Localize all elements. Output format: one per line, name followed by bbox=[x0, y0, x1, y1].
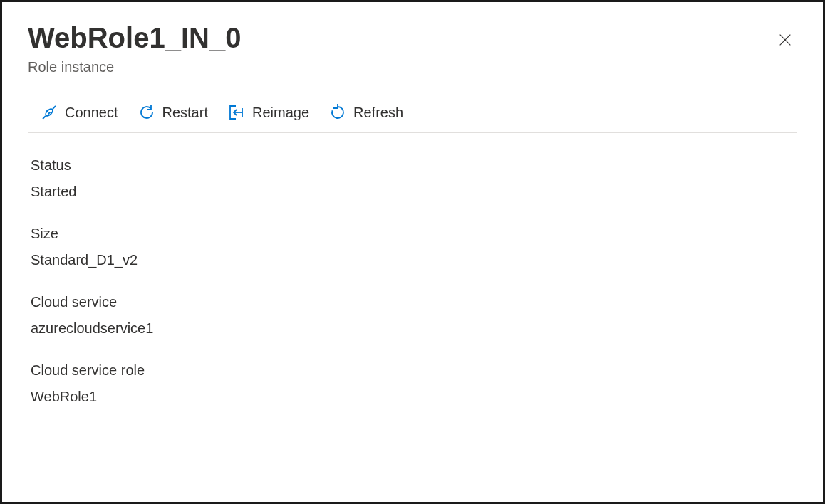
cloud-service-role-field: Cloud service role WebRole1 bbox=[31, 362, 797, 405]
cloud-service-role-label: Cloud service role bbox=[31, 362, 797, 379]
reimage-button[interactable]: Reimage bbox=[228, 104, 309, 121]
connect-label: Connect bbox=[65, 105, 118, 121]
svg-line-4 bbox=[48, 112, 51, 115]
size-value: Standard_D1_v2 bbox=[31, 252, 797, 268]
restart-label: Restart bbox=[162, 105, 208, 121]
page-subtitle: Role instance bbox=[28, 59, 241, 75]
cloud-service-field: Cloud service azurecloudservice1 bbox=[31, 294, 797, 337]
refresh-icon bbox=[329, 104, 346, 121]
details-panel: Status Started Size Standard_D1_v2 Cloud… bbox=[28, 157, 797, 405]
header-row: WebRole1_IN_0 Role instance bbox=[28, 22, 797, 75]
restart-button[interactable]: Restart bbox=[138, 104, 208, 121]
close-button[interactable] bbox=[773, 28, 797, 55]
page-title: WebRole1_IN_0 bbox=[28, 22, 241, 53]
toolbar: Connect Restart Reimage bbox=[28, 97, 797, 133]
restart-icon bbox=[138, 104, 155, 121]
refresh-button[interactable]: Refresh bbox=[329, 104, 403, 121]
status-field: Status Started bbox=[31, 157, 797, 200]
cloud-service-label: Cloud service bbox=[31, 294, 797, 310]
close-icon bbox=[777, 32, 793, 51]
refresh-label: Refresh bbox=[353, 105, 403, 121]
svg-line-3 bbox=[46, 110, 48, 112]
header-text: WebRole1_IN_0 Role instance bbox=[28, 22, 241, 75]
status-value: Started bbox=[31, 184, 797, 200]
cloud-service-role-value: WebRole1 bbox=[31, 389, 797, 405]
reimage-icon bbox=[228, 104, 245, 121]
status-label: Status bbox=[31, 157, 797, 174]
cloud-service-value: azurecloudservice1 bbox=[31, 320, 797, 337]
connect-icon bbox=[41, 104, 58, 121]
size-field: Size Standard_D1_v2 bbox=[31, 226, 797, 268]
size-label: Size bbox=[31, 226, 797, 242]
connect-button[interactable]: Connect bbox=[41, 104, 118, 121]
reimage-label: Reimage bbox=[252, 105, 309, 121]
